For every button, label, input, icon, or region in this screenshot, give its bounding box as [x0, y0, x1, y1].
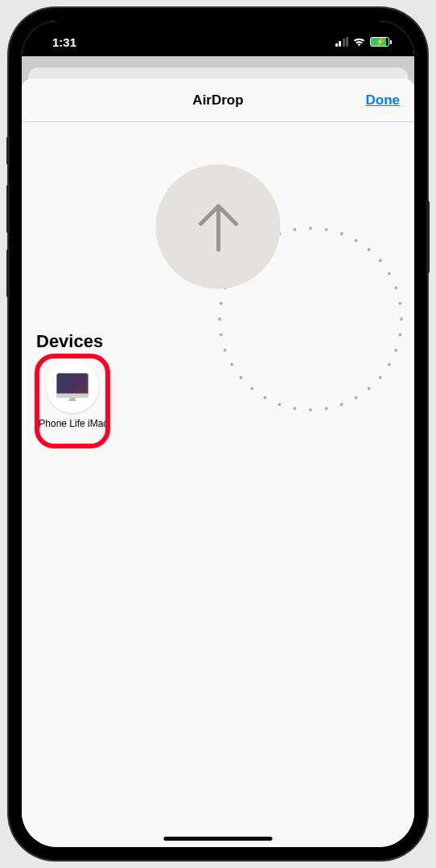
airdrop-sheet: AirDrop Done Devices [22, 79, 414, 847]
sheet-title: AirDrop [192, 92, 243, 108]
phone-frame: 1:31 ⚡ AirDrop Done [9, 8, 427, 860]
airdrop-radar [22, 122, 414, 331]
upload-circle [156, 165, 281, 289]
home-indicator[interactable] [164, 837, 273, 841]
wifi-icon [352, 37, 366, 47]
volume-up [6, 185, 10, 233]
imac-icon [56, 373, 88, 400]
devices-heading: Devices [36, 331, 400, 352]
device-item[interactable]: iPhone Life iMac [36, 360, 109, 429]
screen: 1:31 ⚡ AirDrop Done [22, 21, 414, 847]
notch [138, 21, 298, 43]
device-avatar [46, 360, 99, 413]
cellular-signal-icon [335, 37, 349, 47]
sheet-header: AirDrop Done [22, 79, 414, 122]
devices-section: Devices iPhone Life iMac [22, 331, 414, 429]
volume-down [6, 249, 10, 297]
power-button [426, 201, 430, 273]
status-time: 1:31 [52, 35, 76, 49]
battery-icon: ⚡ [370, 37, 392, 47]
device-name-label: iPhone Life iMac [37, 418, 109, 429]
done-button[interactable]: Done [366, 92, 401, 108]
mute-switch [6, 137, 10, 165]
status-indicators: ⚡ [335, 37, 393, 47]
arrow-up-icon [195, 201, 241, 252]
